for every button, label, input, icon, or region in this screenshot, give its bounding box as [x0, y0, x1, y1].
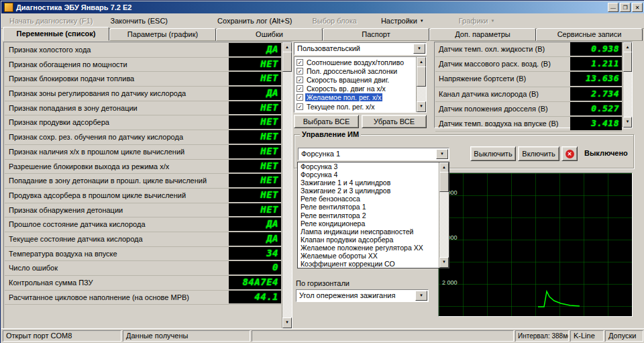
sensor-value: 3.418: [570, 117, 622, 130]
sensor-label: Датчик темп. воздуха на впуске (В): [439, 117, 558, 130]
variable-value: 0: [229, 261, 281, 275]
variable-row: Признак холостого хода ДА: [5, 43, 281, 58]
checkbox-icon[interactable]: ✓: [297, 94, 303, 101]
horizontal-combo-arrow-button[interactable]: ▼: [415, 291, 427, 301]
tab[interactable]: Параметры (график): [109, 28, 216, 41]
im-group-title: Управление ИМ: [300, 130, 361, 138]
checkbox-icon[interactable]: ✓: [297, 68, 303, 75]
sensor-row: Напряжение бортсети (В) 13.636: [435, 72, 622, 87]
variable-value: НЕТ: [229, 72, 281, 85]
dropdown-item[interactable]: Желаемое положение регулятора ХХ: [299, 244, 439, 252]
tab[interactable]: Сервисные записи: [536, 28, 643, 41]
checkbox-icon[interactable]: ✓: [297, 59, 303, 66]
dropdown-item[interactable]: Лампа индикации неисправностей: [299, 228, 439, 236]
scrollbar-thumb[interactable]: [623, 52, 632, 72]
checklist-item[interactable]: ✓ Соотношение воздух/топливо: [295, 58, 416, 66]
check-icon: ✓: [298, 95, 303, 101]
checkbox-icon[interactable]: ✓: [297, 85, 303, 92]
down-arrow-icon: ▼: [283, 318, 291, 326]
checklist-item[interactable]: ✓ Текущее пол. рег. х/х: [295, 102, 416, 111]
checklist-item[interactable]: ✓ Пол. дроссельной заслонки: [295, 66, 416, 75]
checklist-scrollbar[interactable]: ▲ ▼: [416, 57, 426, 112]
sensor-row: Канал датчика кислорода (В) 2.734: [435, 87, 622, 102]
variable-label: Признак обогащения по мощности: [9, 58, 127, 71]
checklist-item-label: Желаемое пол. рег. х/х: [305, 93, 382, 101]
maximize-button[interactable]: ❐: [620, 3, 631, 12]
variable-value: НЕТ: [229, 203, 281, 217]
menu-item[interactable]: Выбор блока: [309, 15, 362, 26]
maximize-icon: ❐: [623, 5, 627, 11]
titlebar: Диагностика ЭБУ Январь 7.2 Е2 — ❐ ✕: [1, 1, 644, 13]
variable-value: НЕТ: [229, 115, 281, 129]
app-icon: [4, 3, 13, 12]
sensors-scrollbar[interactable]: ▲ ▼: [623, 42, 632, 128]
scrollbar-thumb[interactable]: [417, 66, 426, 87]
dropdown-item[interactable]: Зажигание 1 и 4 цилиндров: [299, 179, 439, 187]
im-status-indicator-button[interactable]: ✕: [561, 146, 578, 161]
menu-item[interactable]: Сохранить лог (Alt+S): [215, 15, 297, 26]
preset-combo[interactable]: Пользовательский ▼: [294, 42, 427, 55]
dropdown-item[interactable]: Реле вентилятора 1: [299, 203, 439, 211]
variable-value: 44.1: [229, 291, 281, 304]
checklist-item[interactable]: ✓ Скорость вр. двиг на х/х: [295, 85, 416, 93]
dropdown-item[interactable]: Реле кондиционера: [299, 219, 439, 228]
dropdown-arrow-icon: ▼: [437, 150, 447, 158]
check-icon: ✓: [298, 104, 303, 110]
dropdown-item[interactable]: Зажигание 2 и 3 цилиндров: [299, 187, 439, 195]
minimize-button[interactable]: —: [608, 3, 619, 12]
tab[interactable]: Переменные (список): [3, 27, 109, 41]
dropdown-item[interactable]: Форсунка 4: [299, 170, 439, 179]
im-on-button[interactable]: Включить: [518, 146, 559, 161]
scroll-down-button[interactable]: ▼: [417, 101, 426, 112]
im-combo[interactable]: Форсунка 1 ▼: [298, 148, 449, 160]
horizontal-axis-combo[interactable]: Угол опережения зажигания ▼: [296, 289, 429, 302]
select-all-button[interactable]: Выбрать ВСЕ: [294, 115, 359, 128]
variable-row: Разрешение блокировки выхода из режима х…: [5, 160, 281, 175]
menu-item[interactable]: Графики ▼: [456, 15, 498, 26]
tab[interactable]: Доп. параметры: [429, 28, 536, 41]
checklist-item[interactable]: ✓ Желаемое пол. рег. х/х: [295, 93, 416, 102]
tab-label: Паспорт: [362, 30, 390, 38]
dropdown-item[interactable]: Форсунка 3: [299, 162, 439, 170]
variable-label: Признак попадания в зону детонации: [9, 101, 138, 115]
checklist-item[interactable]: ✓ Скорость вращения двиг.: [295, 75, 416, 84]
variables-scrollbar[interactable]: ▲ ▼: [282, 42, 292, 328]
clear-all-button[interactable]: Убрать ВСЕ: [362, 115, 427, 128]
scroll-down-button[interactable]: ▼: [623, 117, 632, 128]
down-arrow-icon: ▼: [417, 102, 425, 110]
variable-label: Разрешение блокировки выхода из режима х…: [9, 160, 169, 173]
dropdown-item[interactable]: Клапан продувки адсорбера: [299, 236, 439, 244]
dropdown-item[interactable]: Желаемые обороты ХХ: [299, 252, 439, 260]
tab[interactable]: Паспорт: [323, 28, 429, 41]
dropdown-item[interactable]: Реле вентилятора 2: [299, 211, 439, 219]
dropdown-item[interactable]: Коэффициент коррекции СО: [299, 260, 439, 268]
variable-row: Температура воздуха на впуске 34: [5, 247, 281, 262]
menu-item[interactable]: Закончить (ESC): [107, 15, 173, 26]
dropdown-item[interactable]: Реле бензонасоса: [299, 195, 439, 203]
sensor-label: Датчик положения дросселя (В): [439, 102, 548, 115]
checkbox-icon[interactable]: ✓: [297, 77, 303, 83]
menu-item[interactable]: Настройки ▼: [378, 15, 427, 26]
sensors-list: Датчик темп. охл. жидкости (В) 0.938 Дат…: [435, 42, 622, 132]
menu-item[interactable]: Начать диагностику (F1): [7, 15, 98, 26]
im-off-button[interactable]: Выключить: [470, 146, 516, 161]
down-arrow-icon: ▼: [624, 117, 631, 126]
variable-label: Признак обнаружения детонации: [9, 203, 123, 217]
tab[interactable]: Ошибки: [216, 28, 323, 41]
scrollbar-thumb[interactable]: [282, 52, 292, 72]
check-icon: ✓: [298, 86, 303, 92]
up-arrow-icon: ▲: [440, 163, 448, 171]
checklist-items: ✓ Соотношение воздух/топливо ✓ Пол. дрос…: [295, 58, 416, 111]
preset-combo-arrow-button[interactable]: ▼: [413, 44, 425, 54]
im-combo-arrow-button[interactable]: ▼: [436, 149, 448, 159]
close-button[interactable]: ✕: [632, 3, 643, 12]
scrollbar-thumb[interactable]: [439, 172, 449, 192]
scroll-down-button[interactable]: ▼: [282, 317, 292, 328]
variable-row: Признак блокировки подачи топлива НЕТ: [5, 72, 281, 87]
scroll-down-button[interactable]: ▼: [439, 257, 449, 268]
checkbox-icon[interactable]: ✓: [297, 103, 303, 110]
status-data: Данные получены: [123, 330, 250, 342]
variable-value: ДА: [229, 87, 281, 100]
dropdown-scrollbar[interactable]: ▲ ▼: [439, 162, 449, 268]
status-tolerances[interactable]: Допуски: [605, 330, 643, 342]
